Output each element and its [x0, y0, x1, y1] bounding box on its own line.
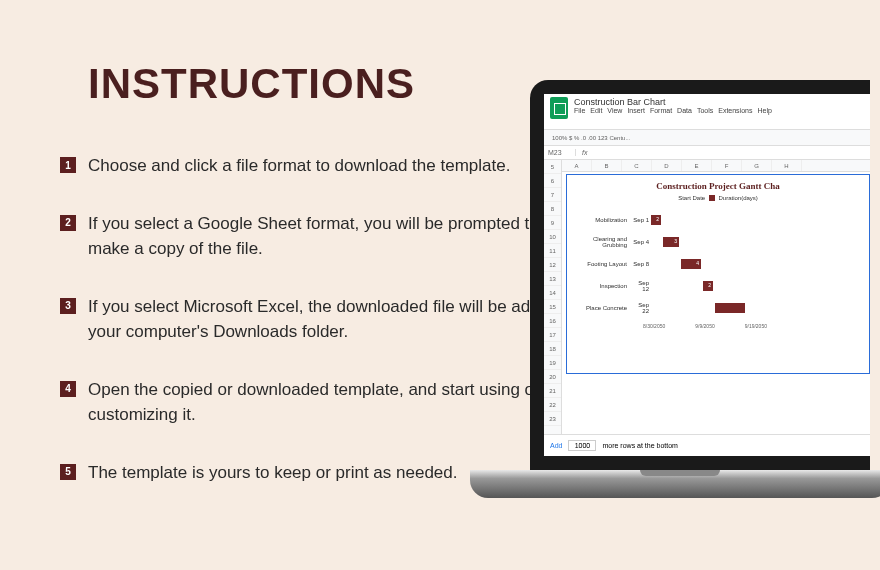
menu-item[interactable]: Tools — [697, 107, 713, 114]
page-container: INSTRUCTIONS 1Choose and click a file fo… — [0, 0, 880, 570]
step-text: The template is yours to keep or print a… — [88, 460, 457, 486]
spreadsheet-header: Construction Bar Chart FileEditViewInser… — [544, 94, 870, 130]
laptop-base — [470, 470, 880, 498]
toolbar: 100% $ % .0 .00 123 Centu... — [544, 130, 870, 146]
column-header: E — [682, 160, 712, 171]
xaxis-tick: 9/19/2050 — [745, 323, 767, 329]
column-header: F — [712, 160, 742, 171]
footer-text: more rows at the bottom — [602, 442, 677, 449]
step-number: 1 — [60, 157, 76, 173]
column-header: D — [652, 160, 682, 171]
step-number: 2 — [60, 215, 76, 231]
menu-bar: FileEditViewInsertFormatDataToolsExtensi… — [574, 107, 772, 114]
instruction-item: 1Choose and click a file format to downl… — [60, 153, 580, 179]
row-number: 19 — [544, 356, 561, 370]
row-number: 5 — [544, 160, 561, 174]
add-rows-button[interactable]: Add — [550, 442, 562, 449]
instruction-item: 4Open the copied or downloaded template,… — [60, 377, 580, 428]
gantt-start-date: Sep 12 — [631, 280, 651, 292]
xaxis-tick: 8/30/2050 — [643, 323, 665, 329]
gantt-task-label: Footing Layout — [571, 261, 631, 267]
gantt-row: Footing LayoutSep 84 — [571, 253, 865, 275]
laptop-frame: Construction Bar Chart FileEditViewInser… — [530, 80, 870, 470]
step-number: 3 — [60, 298, 76, 314]
menu-item[interactable]: Edit — [590, 107, 602, 114]
doc-title: Construction Bar Chart — [574, 97, 772, 107]
row-number: 23 — [544, 412, 561, 426]
rows-count-input[interactable]: 1000 — [568, 440, 596, 451]
gantt-start-date: Sep 22 — [631, 302, 651, 314]
laptop-mockup: Construction Bar Chart FileEditViewInser… — [530, 80, 880, 560]
menu-item[interactable]: Extensions — [718, 107, 752, 114]
row-number: 11 — [544, 244, 561, 258]
gantt-bar: 2 — [651, 215, 661, 225]
chart-xaxis: 8/30/20509/9/20509/19/2050 — [571, 323, 865, 329]
gantt-rows: MobilizationSep 12Clearing and GrubbingS… — [571, 209, 865, 319]
instruction-item: 3If you select Microsoft Excel, the down… — [60, 294, 580, 345]
row-numbers: 567891011121314151617181920212223 — [544, 160, 562, 440]
gantt-duration-value: 2 — [656, 216, 659, 222]
chart-legend: Start Date Duration(days) — [571, 195, 865, 201]
column-header: B — [592, 160, 622, 171]
menu-item[interactable]: File — [574, 107, 585, 114]
column-header: C — [622, 160, 652, 171]
formula-bar: M23 fx — [544, 146, 870, 160]
step-text: If you select a Google Sheet format, you… — [88, 211, 580, 262]
gantt-bar: 4 — [681, 259, 701, 269]
cell-reference: M23 — [544, 149, 576, 156]
gantt-start-date: Sep 1 — [631, 217, 651, 223]
xaxis-tick: 9/9/2050 — [695, 323, 714, 329]
row-number: 15 — [544, 300, 561, 314]
chart-area: ABCDEFGH Construction Project Gantt Cha … — [562, 160, 870, 440]
row-number: 8 — [544, 202, 561, 216]
fx-label: fx — [576, 149, 593, 156]
instructions-list: 1Choose and click a file format to downl… — [60, 153, 580, 485]
gantt-bar: 2 — [703, 281, 713, 291]
gantt-task-label: Mobilization — [571, 217, 631, 223]
row-number: 7 — [544, 188, 561, 202]
step-text: Open the copied or downloaded template, … — [88, 377, 580, 428]
column-header: G — [742, 160, 772, 171]
step-text: If you select Microsoft Excel, the downl… — [88, 294, 580, 345]
step-number: 4 — [60, 381, 76, 397]
sheets-icon — [550, 97, 568, 119]
gantt-row: MobilizationSep 12 — [571, 209, 865, 231]
row-number: 6 — [544, 174, 561, 188]
row-number: 9 — [544, 216, 561, 230]
sheet-body: 567891011121314151617181920212223 ABCDEF… — [544, 160, 870, 440]
gantt-task-label: Place Concrete — [571, 305, 631, 311]
row-number: 16 — [544, 314, 561, 328]
gantt-duration-value: 3 — [674, 238, 677, 244]
step-text: Choose and click a file format to downlo… — [88, 153, 510, 179]
gantt-row: InspectionSep 122 — [571, 275, 865, 297]
gantt-row: Place ConcreteSep 22 — [571, 297, 865, 319]
gantt-row: Clearing and GrubbingSep 43 — [571, 231, 865, 253]
laptop-screen: Construction Bar Chart FileEditViewInser… — [544, 94, 870, 456]
legend-color-box — [709, 195, 715, 201]
row-number: 21 — [544, 384, 561, 398]
gantt-duration-value: 4 — [696, 260, 699, 266]
row-number: 17 — [544, 328, 561, 342]
legend-startdate: Start Date — [678, 195, 705, 201]
gantt-task-label: Clearing and Grubbing — [571, 236, 631, 248]
gantt-track: 4 — [651, 259, 865, 269]
row-number: 13 — [544, 272, 561, 286]
doc-title-area: Construction Bar Chart FileEditViewInser… — [574, 97, 772, 114]
gantt-track: 2 — [651, 281, 865, 291]
gantt-track — [651, 303, 865, 313]
instruction-item: 2If you select a Google Sheet format, yo… — [60, 211, 580, 262]
row-number: 10 — [544, 230, 561, 244]
gantt-task-label: Inspection — [571, 283, 631, 289]
menu-item[interactable]: Help — [757, 107, 771, 114]
gantt-track: 2 — [651, 215, 865, 225]
row-number: 14 — [544, 286, 561, 300]
menu-item[interactable]: Format — [650, 107, 672, 114]
row-number: 12 — [544, 258, 561, 272]
gantt-track: 3 — [651, 237, 865, 247]
menu-item[interactable]: View — [607, 107, 622, 114]
menu-item[interactable]: Insert — [627, 107, 645, 114]
menu-item[interactable]: Data — [677, 107, 692, 114]
column-headers: ABCDEFGH — [562, 160, 870, 172]
sheet-footer: Add 1000 more rows at the bottom — [544, 434, 870, 456]
gantt-bar: 3 — [663, 237, 679, 247]
